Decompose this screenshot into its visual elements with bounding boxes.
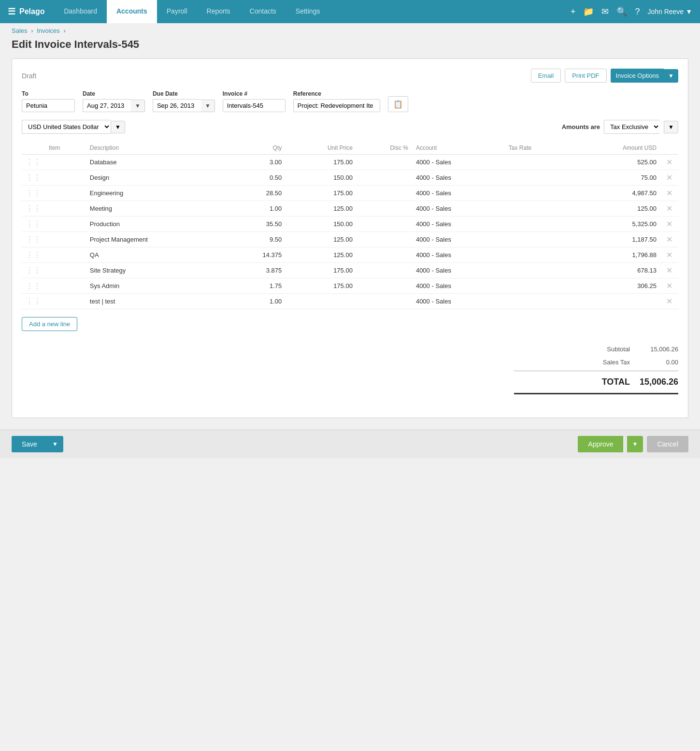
search-icon[interactable]: 🔍 [616, 6, 627, 17]
cell-description: Database [86, 155, 228, 170]
drag-handle[interactable]: ⋮⋮ [26, 204, 41, 213]
nav-tab-dashboard[interactable]: Dashboard [54, 0, 107, 23]
cell-qty: 3.00 [228, 155, 286, 170]
save-dropdown-arrow[interactable]: ▼ [47, 436, 63, 452]
cell-description: Project Management [86, 232, 228, 247]
cell-qty: 35.50 [228, 217, 286, 232]
remove-row-button[interactable]: ✕ [664, 297, 674, 306]
cell-disc [357, 294, 412, 309]
due-date-label: Due Date [153, 90, 215, 97]
nav-tab-settings[interactable]: Settings [286, 0, 330, 23]
date-input[interactable] [83, 99, 131, 112]
drag-handle[interactable]: ⋮⋮ [26, 297, 41, 305]
date-calendar-icon[interactable]: ▼ [131, 100, 145, 112]
cell-account: 4000 - Sales [412, 186, 505, 201]
total-value: 15,006.26 [630, 377, 678, 387]
drag-handle[interactable]: ⋮⋮ [26, 220, 41, 228]
cell-unit-price: 125.00 [286, 232, 357, 247]
reference-input[interactable] [293, 99, 380, 112]
copy-button[interactable]: 📋 [388, 96, 408, 112]
due-date-field: Due Date ▼ [153, 90, 215, 112]
cell-item [45, 186, 86, 201]
add-icon[interactable]: + [571, 7, 576, 17]
table-row: ⋮⋮ Meeting 1.00 125.00 4000 - Sales 125.… [22, 201, 678, 217]
col-unit-price: Unit Price [286, 142, 357, 155]
amounts-are-arrow[interactable]: ▼ [664, 121, 678, 133]
page-title: Edit Invoice Intervals-545 [0, 36, 700, 58]
cell-item [45, 247, 86, 263]
cell-tax-rate [505, 217, 571, 232]
invoice-options-arrow[interactable]: ▼ [664, 69, 678, 83]
nav-tab-reports[interactable]: Reports [197, 0, 240, 23]
amounts-are-wrap: Amounts are Tax Exclusive ▼ [562, 120, 678, 134]
sales-tax-label: Sales Tax [514, 359, 630, 366]
remove-row-button[interactable]: ✕ [664, 173, 674, 182]
drag-handle[interactable]: ⋮⋮ [26, 235, 41, 244]
drag-handle[interactable]: ⋮⋮ [26, 282, 41, 290]
cell-description: QA [86, 247, 228, 263]
remove-row-button[interactable]: ✕ [664, 250, 674, 260]
drag-handle[interactable]: ⋮⋮ [26, 173, 41, 182]
remove-row-button[interactable]: ✕ [664, 158, 674, 167]
drag-handle[interactable]: ⋮⋮ [26, 189, 41, 197]
currency-arrow[interactable]: ▼ [111, 121, 125, 133]
folder-icon[interactable]: 📁 [583, 6, 594, 17]
remove-row-button[interactable]: ✕ [664, 266, 674, 275]
nav-tab-accounts[interactable]: Accounts [107, 0, 157, 23]
cancel-button[interactable]: Cancel [647, 436, 688, 452]
help-icon[interactable]: ? [635, 7, 640, 17]
app-logo[interactable]: ☰ Pelago [8, 6, 44, 17]
save-button[interactable]: Save [12, 436, 47, 452]
invoice-options-button[interactable]: Invoice Options [611, 69, 664, 83]
cell-tax-rate [505, 247, 571, 263]
remove-row-button[interactable]: ✕ [664, 281, 674, 290]
drag-handle[interactable]: ⋮⋮ [26, 158, 41, 166]
cell-unit-price: 150.00 [286, 170, 357, 186]
print-pdf-button[interactable]: Print PDF [565, 69, 606, 83]
nav-tab-contacts[interactable]: Contacts [240, 0, 286, 23]
currency-select[interactable]: USD United States Dollar [22, 120, 111, 134]
email-button[interactable]: Email [531, 69, 561, 83]
add-new-line-button[interactable]: Add a new line [22, 317, 77, 331]
approve-button[interactable]: Approve [578, 436, 623, 452]
currency-select-wrap: USD United States Dollar ▼ [22, 120, 125, 134]
cell-unit-price: 175.00 [286, 155, 357, 170]
mail-icon[interactable]: ✉ [601, 6, 609, 17]
to-input[interactable] [22, 99, 75, 112]
remove-row-button[interactable]: ✕ [664, 235, 674, 244]
col-description: Description [86, 142, 228, 155]
remove-row-button[interactable]: ✕ [664, 219, 674, 229]
cell-item [45, 155, 86, 170]
invoice-num-input[interactable] [223, 99, 286, 112]
cell-description: Sys Admin [86, 278, 228, 294]
breadcrumb-invoices[interactable]: Invoices [37, 27, 60, 34]
menu-icon[interactable]: ☰ [8, 6, 15, 17]
drag-handle[interactable]: ⋮⋮ [26, 266, 41, 274]
top-bar-right: + 📁 ✉ 🔍 ? John Reeve ▼ [571, 6, 692, 17]
remove-row-button[interactable]: ✕ [664, 204, 674, 213]
cell-qty: 1.75 [228, 278, 286, 294]
cell-account: 4000 - Sales [412, 170, 505, 186]
approve-dropdown-arrow[interactable]: ▼ [627, 436, 643, 452]
subtotal-value: 15,006.26 [630, 346, 678, 353]
cell-item [45, 232, 86, 247]
cell-amount: 1,796.88 [571, 247, 660, 263]
cell-account: 4000 - Sales [412, 201, 505, 217]
cell-unit-price: 150.00 [286, 217, 357, 232]
due-date-calendar-icon[interactable]: ▼ [201, 100, 215, 112]
nav-tab-payroll[interactable]: Payroll [157, 0, 197, 23]
user-name[interactable]: John Reeve ▼ [647, 8, 692, 15]
cell-unit-price: 175.00 [286, 278, 357, 294]
breadcrumb: Sales › Invoices › [0, 23, 700, 36]
amounts-are-select[interactable]: Tax Exclusive [604, 120, 660, 134]
due-date-input[interactable] [153, 99, 201, 112]
remove-row-button[interactable]: ✕ [664, 188, 674, 198]
reference-field: Reference [293, 90, 380, 112]
cell-disc [357, 201, 412, 217]
cell-unit-price: 175.00 [286, 263, 357, 278]
breadcrumb-sales[interactable]: Sales [12, 27, 28, 34]
cell-qty: 9.50 [228, 232, 286, 247]
col-amount: Amount USD [571, 142, 660, 155]
drag-handle[interactable]: ⋮⋮ [26, 251, 41, 259]
cell-item [45, 263, 86, 278]
